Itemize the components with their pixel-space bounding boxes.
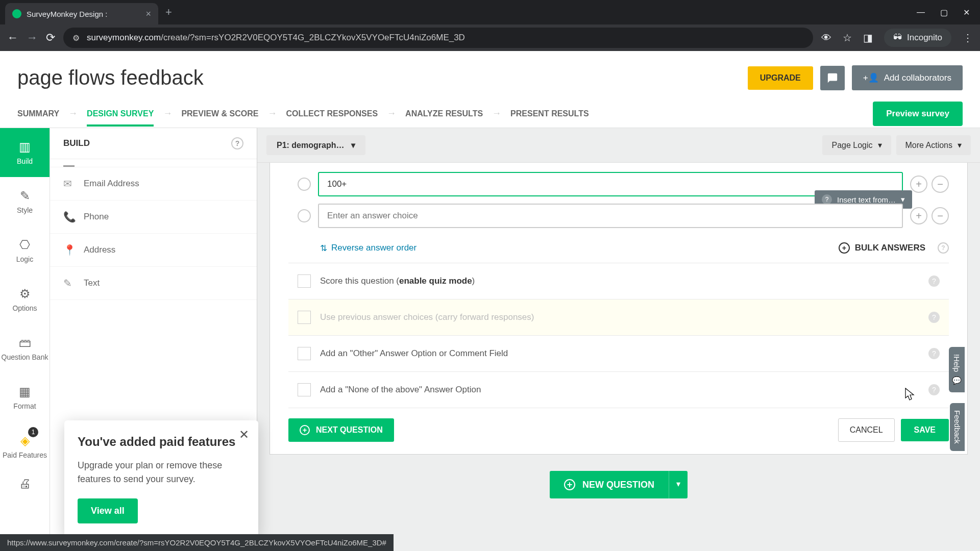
minimize-icon[interactable]: — bbox=[917, 8, 925, 17]
view-all-button[interactable]: View all bbox=[78, 498, 138, 523]
tab-title: SurveyMonkey Design : bbox=[27, 10, 107, 18]
more-actions-dropdown[interactable]: More Actions ▾ bbox=[896, 135, 971, 155]
page-logic-dropdown[interactable]: Page Logic ▾ bbox=[822, 135, 891, 155]
build-item-email[interactable]: ✉ Email Address bbox=[50, 167, 257, 201]
rail-paid-features[interactable]: 1 ◈ Paid Features bbox=[0, 422, 50, 471]
answer-choice-input-empty[interactable] bbox=[318, 204, 903, 228]
help-side-tab[interactable]: !Help 💬 bbox=[949, 347, 965, 392]
tab-preview-score[interactable]: PREVIEW & SCORE bbox=[181, 101, 258, 127]
tab-design-survey[interactable]: DESIGN SURVEY bbox=[87, 101, 154, 127]
next-q-label: NEXT QUESTION bbox=[316, 425, 383, 435]
add-collaborators-button[interactable]: +👤 Add collaborators bbox=[852, 65, 963, 90]
cancel-button[interactable]: CANCEL bbox=[838, 418, 895, 442]
preview-survey-button[interactable]: Preview survey bbox=[873, 102, 963, 126]
incognito-label: Incognito bbox=[907, 33, 942, 43]
format-icon: ▦ bbox=[19, 385, 31, 399]
url-path: /create/?sm=rsYO2R2V0EQOY5T4G_2BLCZYkovX… bbox=[161, 33, 465, 42]
option-label: Use previous answer choices (carry forwa… bbox=[320, 312, 534, 322]
build-item-phone[interactable]: 📞 Phone bbox=[50, 201, 257, 234]
incognito-indicator[interactable]: 🕶 Incognito bbox=[884, 29, 951, 47]
popup-close-button[interactable]: ✕ bbox=[239, 428, 249, 442]
new-tab-button[interactable]: + bbox=[165, 6, 172, 19]
diamond-icon: ◈ bbox=[20, 434, 30, 448]
option-carry-forward: Use previous answer choices (carry forwa… bbox=[288, 299, 949, 335]
tab-analyze-results[interactable]: ANALYZE RESULTS bbox=[405, 101, 483, 127]
rail-print[interactable]: 🖨 bbox=[0, 471, 50, 496]
add-choice-button[interactable]: + bbox=[910, 207, 927, 224]
popup-body: Upgrade your plan or remove these featur… bbox=[78, 459, 245, 486]
rail-label: Build bbox=[17, 157, 33, 165]
option-label: Add an "Other" Answer Option or Comment … bbox=[320, 348, 508, 359]
help-icon[interactable]: ? bbox=[928, 312, 940, 323]
phone-icon: 📞 bbox=[63, 211, 75, 223]
rail-format[interactable]: ▦ Format bbox=[0, 373, 50, 422]
remove-choice-button[interactable]: − bbox=[932, 207, 949, 224]
checkbox[interactable] bbox=[298, 347, 311, 360]
upgrade-button[interactable]: UPGRADE bbox=[748, 66, 813, 90]
chevron-down-icon: ▾ bbox=[351, 140, 355, 150]
rail-style[interactable]: ✎ Style bbox=[0, 177, 50, 226]
reverse-order-link[interactable]: ⇅ Reverse answer order bbox=[320, 243, 416, 254]
rail-label: Paid Features bbox=[3, 451, 47, 460]
help-icon[interactable]: ? bbox=[928, 384, 940, 395]
help-tab-label: !Help bbox=[952, 354, 961, 372]
build-item-label: Email Address bbox=[84, 179, 139, 189]
page-selector-dropdown[interactable]: P1: demograph… ▾ bbox=[266, 135, 365, 155]
checkbox[interactable] bbox=[298, 311, 311, 324]
rail-build[interactable]: ▥ Build bbox=[0, 128, 50, 177]
tab-present-results[interactable]: PRESENT RESULTS bbox=[510, 101, 589, 127]
swap-icon: ⇅ bbox=[320, 243, 327, 254]
bookmark-icon[interactable]: ☆ bbox=[843, 32, 852, 44]
rail-options[interactable]: ⚙ Options bbox=[0, 275, 50, 324]
rail-logic[interactable]: ⎔ Logic bbox=[0, 226, 50, 275]
text-icon: ✎ bbox=[63, 277, 75, 289]
checkbox[interactable] bbox=[298, 383, 311, 396]
close-tab-icon[interactable]: × bbox=[145, 9, 151, 19]
browser-chrome: SurveyMonkey Design : × + — ▢ ✕ ← → ⟳ ⚙ … bbox=[0, 0, 980, 51]
build-item-text[interactable]: ✎ Text bbox=[50, 267, 257, 300]
tab-summary[interactable]: SUMMARY bbox=[17, 101, 59, 127]
add-choice-button[interactable]: + bbox=[910, 176, 927, 193]
url-input[interactable]: ⚙ surveymonkey.com/create/?sm=rsYO2R2V0E… bbox=[63, 28, 813, 48]
build-item-label: Text bbox=[84, 278, 100, 288]
browser-tab[interactable]: SurveyMonkey Design : × bbox=[5, 3, 158, 24]
build-panel-header: BUILD ? bbox=[50, 128, 257, 159]
remove-choice-button[interactable]: − bbox=[932, 176, 949, 193]
maximize-icon[interactable]: ▢ bbox=[940, 8, 948, 17]
tab-collect-responses[interactable]: COLLECT RESPONSES bbox=[286, 101, 378, 127]
close-window-icon[interactable]: ✕ bbox=[963, 8, 970, 17]
menu-icon[interactable]: ⋮ bbox=[963, 32, 973, 44]
help-icon[interactable]: ? bbox=[938, 242, 949, 254]
rail-label: Format bbox=[13, 402, 36, 410]
help-icon[interactable]: ? bbox=[928, 276, 940, 287]
site-settings-icon[interactable]: ⚙ bbox=[72, 33, 80, 43]
rail-question-bank[interactable]: 🗃 Question Bank bbox=[0, 324, 50, 373]
bulk-label: BULK ANSWERS bbox=[855, 243, 925, 253]
reload-button[interactable]: ⟳ bbox=[46, 31, 55, 44]
feedback-side-tab[interactable]: Feedback bbox=[950, 403, 965, 451]
option-none-above: Add a "None of the above" Answer Option … bbox=[288, 371, 949, 408]
side-panel-icon[interactable]: ◨ bbox=[863, 32, 873, 44]
paid-badge: 1 bbox=[28, 427, 38, 437]
rail-label: Options bbox=[12, 304, 37, 312]
eye-off-icon[interactable]: 👁 bbox=[821, 32, 831, 44]
plus-icon: + bbox=[300, 425, 310, 435]
help-icon[interactable]: ? bbox=[231, 137, 243, 149]
chat-button[interactable] bbox=[820, 66, 845, 90]
bulk-answers-link[interactable]: + BULK ANSWERS ? bbox=[839, 242, 949, 254]
checkbox[interactable] bbox=[298, 274, 311, 288]
survey-title[interactable]: page flows feedback bbox=[17, 66, 204, 89]
new-question-dropdown[interactable]: ▾ bbox=[669, 471, 688, 498]
popup-title: You've added paid features bbox=[78, 434, 245, 449]
build-item-label: Phone bbox=[84, 212, 109, 222]
app-header: page flows feedback UPGRADE +👤 Add colla… bbox=[0, 51, 980, 99]
next-question-button[interactable]: + NEXT QUESTION bbox=[288, 418, 394, 442]
help-icon: ? bbox=[822, 194, 832, 205]
forward-button[interactable]: → bbox=[27, 31, 38, 44]
back-button[interactable]: ← bbox=[7, 31, 18, 44]
new-question-button[interactable]: + NEW QUESTION bbox=[550, 471, 669, 498]
address-bar: ← → ⟳ ⚙ surveymonkey.com/create/?sm=rsYO… bbox=[0, 24, 980, 51]
save-button[interactable]: SAVE bbox=[901, 419, 949, 441]
build-item-address[interactable]: 📍 Address bbox=[50, 234, 257, 267]
help-icon[interactable]: ? bbox=[928, 348, 940, 359]
